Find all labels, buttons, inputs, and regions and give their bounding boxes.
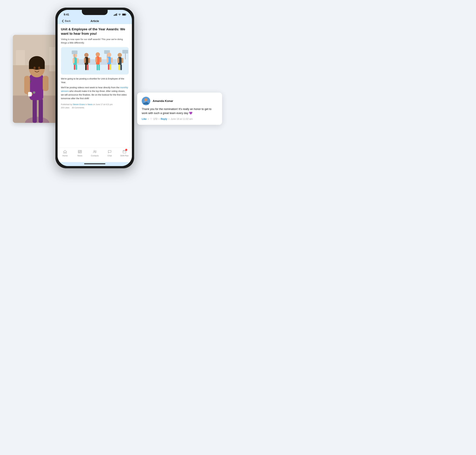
tab-bar: Home <box>58 148 132 162</box>
svg-rect-25 <box>126 14 127 15</box>
home-icon <box>63 149 67 154</box>
signal-icon <box>114 13 117 16</box>
phone-screen: 9:41 <box>58 10 132 166</box>
svg-rect-22 <box>116 13 117 16</box>
svg-rect-33 <box>76 65 77 70</box>
likes-count: 203 Likes <box>61 106 69 109</box>
svg-rect-30 <box>73 58 74 63</box>
svg-point-56 <box>118 53 122 57</box>
comment-author: Amanda Konar <box>153 99 173 103</box>
svg-rect-44 <box>95 57 97 62</box>
reply-button[interactable]: Reply <box>161 118 167 121</box>
svg-rect-59 <box>122 58 123 63</box>
svg-rect-8 <box>30 74 43 100</box>
shift-badge <box>125 149 127 151</box>
svg-point-18 <box>38 67 40 69</box>
svg-rect-60 <box>119 65 120 70</box>
comment-date: June 18 at 11:02 am <box>171 118 193 121</box>
tab-shift-plan[interactable]: Shift Plan <box>118 149 131 157</box>
scene: 9:41 <box>13 8 225 220</box>
svg-rect-41 <box>87 65 88 70</box>
banner-illustration <box>61 47 128 74</box>
svg-rect-7 <box>39 98 43 123</box>
svg-point-36 <box>84 53 88 57</box>
article-body-1: We're going to be posting a shortlist fo… <box>61 77 128 84</box>
back-chevron-icon <box>62 20 64 23</box>
svg-rect-13 <box>28 92 32 97</box>
tab-home-label: Home <box>63 154 68 157</box>
back-button[interactable]: Back <box>62 20 71 23</box>
back-label: Back <box>65 20 71 23</box>
status-icons <box>114 13 127 16</box>
comments-count: 30 Comments <box>72 106 84 109</box>
battery-icon <box>122 14 127 16</box>
svg-rect-19 <box>114 15 114 16</box>
contacts-icon <box>93 149 97 154</box>
channel-link[interactable]: News <box>88 103 93 106</box>
tab-news[interactable]: News <box>74 149 86 157</box>
svg-rect-35 <box>72 50 78 54</box>
tab-news-label: News <box>78 154 82 157</box>
svg-rect-61 <box>120 65 122 70</box>
svg-rect-6 <box>32 98 37 123</box>
svg-rect-20 <box>115 14 115 16</box>
svg-rect-52 <box>107 57 109 63</box>
svg-point-17 <box>33 67 36 69</box>
svg-rect-39 <box>88 58 90 63</box>
svg-rect-16 <box>29 63 45 69</box>
tab-contacts-label: Contacts <box>91 154 99 157</box>
monthly-winners-link[interactable]: monthly winners <box>61 86 128 92</box>
published-info: Published by Steven Evans in News on Jun… <box>61 102 128 106</box>
svg-rect-40 <box>85 65 87 70</box>
comment-text: Thank you for the nomination! It's reall… <box>142 107 218 115</box>
svg-rect-65 <box>79 151 80 152</box>
tab-shift-label: Shift Plan <box>120 154 129 157</box>
article-date: June 17 at 4:21 pm <box>96 103 113 106</box>
wifi-icon <box>118 14 121 16</box>
svg-rect-32 <box>74 65 75 70</box>
nav-title: Article <box>90 20 99 23</box>
phone: 9:41 <box>55 8 134 168</box>
tab-contacts[interactable]: Contacts <box>89 149 101 157</box>
like-button[interactable]: Like <box>142 118 147 121</box>
tab-chat-label: Chat <box>107 154 111 157</box>
tab-chat[interactable]: Chat <box>103 149 116 157</box>
svg-rect-58 <box>117 58 119 63</box>
svg-rect-4 <box>16 50 25 65</box>
svg-rect-45 <box>100 57 101 62</box>
article-stats: 203 Likes 30 Comments <box>61 106 128 111</box>
svg-rect-11 <box>43 76 48 91</box>
svg-point-70 <box>95 151 96 152</box>
author-link[interactable]: Steven Evans <box>73 103 85 106</box>
svg-point-42 <box>96 52 100 57</box>
article-content: Unit & Employee of the Year Awards: We w… <box>58 24 132 162</box>
svg-rect-55 <box>110 64 111 70</box>
svg-rect-46 <box>96 64 98 70</box>
tab-home[interactable]: Home <box>59 149 71 157</box>
comment-card: Amanda Konar Thank you for the nominatio… <box>137 92 222 125</box>
svg-rect-63 <box>122 50 128 54</box>
comment-actions: Like • ♡ 172 • Reply • June 18 at 11:02 … <box>142 117 218 121</box>
svg-point-9 <box>33 91 35 94</box>
heart-icon: ♡ <box>150 117 152 121</box>
comment-header: Amanda Konar <box>142 97 218 105</box>
home-indicator <box>84 163 105 164</box>
article-subtitle: Voting is now open for our staff awards!… <box>61 38 128 44</box>
news-icon <box>78 149 82 154</box>
comment-avatar <box>142 97 150 105</box>
svg-rect-31 <box>77 58 79 63</box>
published-label: Published by <box>61 103 72 106</box>
status-time: 9:41 <box>64 13 69 16</box>
svg-rect-71 <box>123 150 126 153</box>
svg-point-50 <box>107 53 111 57</box>
chat-icon <box>107 149 112 154</box>
svg-rect-54 <box>108 64 110 70</box>
article-body-2: We'll be posting videos next week to hea… <box>61 86 128 100</box>
svg-rect-38 <box>84 58 86 63</box>
shift-plan-icon <box>122 149 127 154</box>
svg-rect-53 <box>111 57 113 63</box>
nav-bar: Back Article <box>58 18 132 24</box>
article-title: Unit & Employee of the Year Awards: We w… <box>61 27 128 36</box>
like-count: 172 <box>153 118 158 121</box>
svg-rect-21 <box>116 14 116 16</box>
